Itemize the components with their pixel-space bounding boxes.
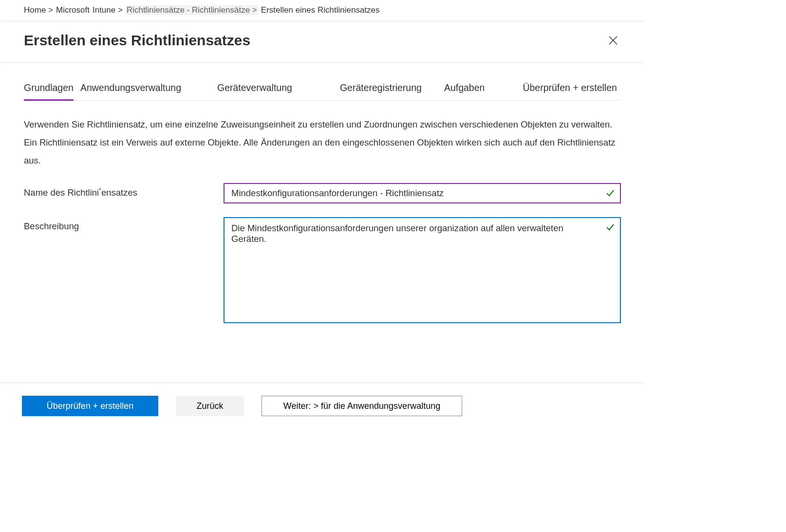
tab-app-management[interactable]: Anwendungsverwaltung xyxy=(80,82,181,100)
tab-device-enrollment[interactable]: Geräteregistrierung xyxy=(340,82,422,100)
breadcrumb-intune[interactable]: Intune > xyxy=(93,5,123,15)
page-header: Erstellen eines Richtliniensatzes xyxy=(0,21,644,63)
intro-description: Verwenden Sie Richtliniensatz, um eine e… xyxy=(24,115,621,169)
description-label: Beschreibung xyxy=(24,217,224,232)
page-title: Erstellen eines Richtliniensatzes xyxy=(24,32,250,49)
breadcrumb-policysets[interactable]: Richtliniensätze - Richtliniensätze > xyxy=(126,5,258,15)
back-button[interactable]: Zurück xyxy=(176,396,244,416)
name-label: Name des Richtlini*ensatzes xyxy=(24,183,224,198)
tab-device-management[interactable]: Geräteverwaltung xyxy=(217,82,292,100)
next-button[interactable]: Weiter: > für die Anwendungsverwaltung xyxy=(262,396,462,416)
breadcrumb-current: Erstellen eines Richtliniensatzes xyxy=(261,5,380,15)
tab-review-create[interactable]: Überprüfen + erstellen xyxy=(523,82,617,100)
breadcrumb-microsoft[interactable]: Microsoft xyxy=(56,5,90,15)
breadcrumb-home[interactable]: Home > xyxy=(24,5,53,15)
tab-assignments[interactable]: Aufgaben xyxy=(444,82,485,100)
policyset-name-input[interactable] xyxy=(224,183,621,203)
close-button[interactable] xyxy=(605,33,621,48)
close-icon xyxy=(608,36,618,45)
checkmark-icon xyxy=(605,222,615,232)
tab-basics[interactable]: Grundlagen xyxy=(24,82,74,100)
basics-form: Name des Richtlini*ensatzes Beschreibung… xyxy=(24,183,621,339)
required-indicator: * xyxy=(99,187,101,194)
review-create-button[interactable]: Überprüfen + erstellen xyxy=(22,396,158,416)
wizard-tabs: Grundlagen Anwendungsverwaltung Geräteve… xyxy=(24,82,621,101)
breadcrumb: Home > Microsoft Intune > Richtliniensät… xyxy=(0,0,644,21)
checkmark-icon xyxy=(605,188,615,198)
wizard-footer: Überprüfen + erstellen Zurück Weiter: > … xyxy=(0,383,644,429)
policyset-description-input[interactable]: Die Mindestkonfigurationsanforderungen u… xyxy=(224,217,621,323)
